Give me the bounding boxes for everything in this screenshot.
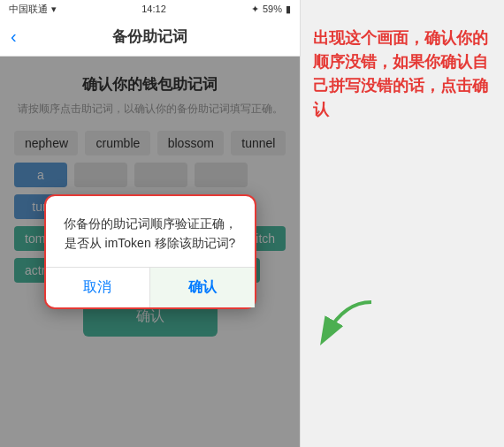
nav-bar: ‹ 备份助记词 [0, 18, 300, 57]
battery-icon: ▮ [286, 4, 291, 15]
dialog-confirm-button[interactable]: 确认 [150, 268, 255, 307]
annotation-text: 出现这个画面，确认你的顺序没错，如果你确认自己拼写没错的话，点击确认 [313, 27, 492, 122]
dialog-overlay: 你备份的助记词顺序验证正确，是否从 imToken 移除该助记词? 取消 确认 [0, 57, 300, 447]
nav-title: 备份助记词 [112, 27, 187, 47]
arrow-icon [309, 293, 380, 350]
carrier-label: 中国联通 [9, 3, 48, 16]
phone-screen: 中国联通 ▾ 14:12 ✦ 59% ▮ ‹ 备份助记词 确认你的钱包助记词 请… [0, 0, 301, 447]
content-area: 确认你的钱包助记词 请按顺序点击助记词，以确认你的备份助记词填写正确。 neph… [0, 57, 300, 447]
dialog-buttons: 取消 确认 [46, 267, 255, 307]
status-right: ✦ 59% ▮ [251, 4, 291, 15]
time-label: 14:12 [141, 4, 166, 14]
status-left: 中国联通 ▾ [9, 3, 57, 16]
annotation-panel: 出现这个画面，确认你的顺序没错，如果你确认自己拼写没错的话，点击确认 [301, 0, 504, 447]
bluetooth-icon: ✦ [251, 4, 259, 15]
wifi-icon: ▾ [51, 4, 57, 15]
status-bar: 中国联通 ▾ 14:12 ✦ 59% ▮ [0, 0, 300, 18]
battery-label: 59% [263, 4, 282, 14]
dialog-message: 你备份的助记词顺序验证正确，是否从 imToken 移除该助记词? [64, 214, 237, 254]
dialog: 你备份的助记词顺序验证正确，是否从 imToken 移除该助记词? 取消 确认 [44, 194, 256, 310]
dialog-cancel-button[interactable]: 取消 [46, 268, 151, 307]
back-button[interactable]: ‹ [11, 27, 17, 47]
